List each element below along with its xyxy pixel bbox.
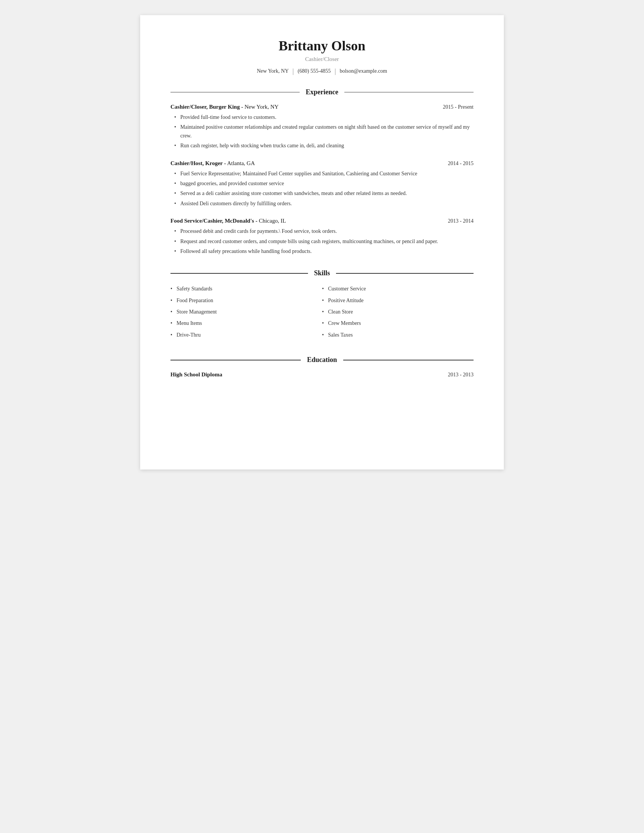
skill-item: Safety Standards <box>171 285 314 293</box>
bullet-item: Maintained positive customer relationshi… <box>174 123 473 140</box>
resume-header: Brittany Olson Cashier/Closer New York, … <box>171 38 473 75</box>
experience-dates: 2015 - Present <box>443 104 473 110</box>
skill-item: Sales Taxes <box>322 331 466 339</box>
experience-role-location: New York, NY <box>244 104 279 110</box>
skill-item: Positive Attitude <box>322 296 466 305</box>
experience-item-kroger: Cashier/Host, Kroger - Atlanta, GA 2014 … <box>171 160 473 208</box>
experience-item-header: Cashier/Host, Kroger - Atlanta, GA 2014 … <box>171 160 473 167</box>
contact-email: bolson@example.com <box>340 68 387 74</box>
skill-item: Clean Store <box>322 308 466 316</box>
section-line-left <box>171 273 308 274</box>
resume-page: Brittany Olson Cashier/Closer New York, … <box>140 15 504 470</box>
education-section: Education High School Diploma 2013 - 201… <box>171 356 473 378</box>
skills-section-title: Skills <box>314 269 330 277</box>
experience-section-title: Experience <box>306 88 338 96</box>
section-line-right <box>336 273 473 274</box>
skill-item: Drive-Thru <box>171 331 314 339</box>
experience-section: Experience Cashier/Closer, Burger King -… <box>171 88 473 256</box>
experience-role: Cashier/Host, Kroger - Atlanta, GA <box>171 160 255 167</box>
bullet-item: Processed debit and credit cards for pay… <box>174 227 473 235</box>
skills-column-left: Safety Standards Food Preparation Store … <box>171 285 322 342</box>
experience-dates: 2014 - 2015 <box>448 161 473 167</box>
skills-section-header: Skills <box>171 269 473 277</box>
candidate-title: Cashier/Closer <box>171 56 473 63</box>
experience-bullets: Processed debit and credit cards for pay… <box>171 227 473 256</box>
bullet-item: Request and record customer orders, and … <box>174 237 473 246</box>
skill-item: Crew Members <box>322 319 466 328</box>
section-line-right <box>345 92 473 93</box>
skill-item: Menu Items <box>171 319 314 328</box>
experience-role: Food Service/Cashier, McDonald's - Chica… <box>171 218 286 224</box>
experience-dates: 2013 - 2014 <box>448 218 473 224</box>
experience-role: Cashier/Closer, Burger King - New York, … <box>171 104 279 110</box>
bullet-item: Provided full-time food service to custo… <box>174 113 473 122</box>
education-section-title: Education <box>307 356 337 364</box>
experience-role-bold: Cashier/Host, Kroger - <box>171 160 226 166</box>
bullet-item: Followed all safety precautions while ha… <box>174 247 473 256</box>
bullet-item: Fuel Service Representative; Maintained … <box>174 170 473 178</box>
education-dates: 2013 - 2013 <box>448 372 473 378</box>
separator-2: | <box>335 68 336 75</box>
skills-section: Skills Safety Standards Food Preparation… <box>171 269 473 342</box>
experience-role-location: Atlanta, GA <box>227 160 254 166</box>
section-line-right <box>343 360 473 360</box>
contact-phone: (680) 555-4855 <box>298 68 331 74</box>
experience-bullets: Fuel Service Representative; Maintained … <box>171 170 473 208</box>
bullet-item: Run cash register, help with stocking wh… <box>174 142 473 150</box>
education-item: High School Diploma 2013 - 2013 <box>171 371 473 378</box>
skills-grid: Safety Standards Food Preparation Store … <box>171 285 473 342</box>
skill-item: Customer Service <box>322 285 466 293</box>
separator-1: | <box>293 68 294 75</box>
contact-info: New York, NY | (680) 555-4855 | bolson@e… <box>171 68 473 75</box>
experience-item-header: Cashier/Closer, Burger King - New York, … <box>171 104 473 110</box>
experience-item-burger-king: Cashier/Closer, Burger King - New York, … <box>171 104 473 150</box>
education-degree: High School Diploma <box>171 371 222 378</box>
bullet-item: bagged groceries, and provided customer … <box>174 180 473 188</box>
bullet-item: Assisted Deli customers directly by fulf… <box>174 199 473 208</box>
experience-role-bold: Food Service/Cashier, McDonald's - <box>171 218 257 224</box>
experience-role-location: Chicago, IL <box>259 218 286 224</box>
candidate-name: Brittany Olson <box>171 38 473 54</box>
skill-item: Food Preparation <box>171 296 314 305</box>
skills-column-right: Customer Service Positive Attitude Clean… <box>322 285 473 342</box>
section-line-left <box>171 92 299 93</box>
experience-bullets: Provided full-time food service to custo… <box>171 113 473 150</box>
experience-role-bold: Cashier/Closer, Burger King - <box>171 104 243 110</box>
experience-item-mcdonalds: Food Service/Cashier, McDonald's - Chica… <box>171 218 473 256</box>
bullet-item: Served as a deli cashier assisting store… <box>174 189 473 198</box>
education-section-header: Education <box>171 356 473 364</box>
section-line-left <box>171 360 301 360</box>
skill-item: Store Management <box>171 308 314 316</box>
contact-location: New York, NY <box>257 68 289 74</box>
experience-section-header: Experience <box>171 88 473 96</box>
experience-item-header: Food Service/Cashier, McDonald's - Chica… <box>171 218 473 224</box>
